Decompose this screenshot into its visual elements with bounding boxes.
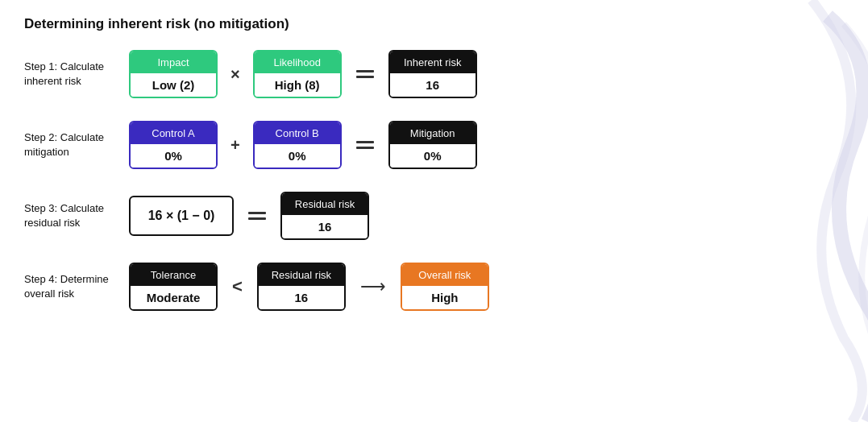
step4-box-4: Overall riskHigh: [401, 263, 489, 311]
step2-box-header-0: Control A: [131, 122, 216, 144]
step1-box-header-4: Inherent risk: [390, 52, 476, 73]
step4-box-2: Residual risk16: [257, 263, 346, 311]
step4-box-header-0: Tolerance: [131, 264, 216, 286]
step1-operator-1: ×: [230, 65, 240, 84]
step4-box-value-2: 16: [259, 286, 344, 309]
step2-box-header-4: Mitigation: [390, 122, 476, 144]
step3-items: 16 × (1 − 0)Residual risk16: [129, 192, 369, 240]
step4-box-0: ToleranceModerate: [129, 263, 218, 311]
step2-box-value-2: 0%: [255, 144, 340, 168]
step1-box-header-0: Impact: [131, 52, 216, 73]
step2-equals-3: [356, 141, 374, 149]
step1-items: ImpactLow (2)×LikelihoodHigh (8)Inherent…: [129, 50, 477, 98]
step4-lt-1: <: [232, 276, 243, 297]
step4-arrow-3: ⟶: [360, 276, 386, 297]
step1-box-4: Inherent risk16: [388, 50, 477, 98]
step4-items: ToleranceModerate<Residual risk16⟶Overal…: [129, 263, 489, 311]
step2-row: Step 2: Calculate mitigationControl A0%+…: [24, 121, 844, 169]
step2-operator-1: +: [230, 136, 240, 155]
step1-box-2: LikelihoodHigh (8): [253, 50, 342, 98]
step3-row: Step 3: Calculate residual risk16 × (1 −…: [24, 192, 844, 240]
step1-box-value-4: 16: [390, 73, 476, 97]
step1-box-value-2: High (8): [255, 73, 340, 97]
step2-box-2: Control B0%: [253, 121, 342, 169]
step3-box-header-2: Residual risk: [282, 193, 368, 215]
step1-row: Step 1: Calculate inherent riskImpactLow…: [24, 50, 844, 98]
step4-box-value-4: High: [402, 286, 488, 309]
step4-row: Step 4: Determine overall riskToleranceM…: [24, 263, 844, 311]
step4-label: Step 4: Determine overall risk: [24, 272, 129, 301]
step1-label: Step 1: Calculate inherent risk: [24, 60, 129, 89]
step3-label: Step 3: Calculate residual risk: [24, 201, 129, 230]
step4-box-header-2: Residual risk: [259, 264, 344, 286]
step3-formula-text-0: 16 × (1 − 0): [143, 209, 219, 223]
step2-box-4: Mitigation0%: [388, 121, 477, 169]
step2-items: Control A0%+Control B0%Mitigation0%: [129, 121, 477, 169]
page-title: Determining inherent risk (no mitigation…: [24, 16, 844, 32]
step4-box-value-0: Moderate: [131, 286, 216, 309]
step1-box-0: ImpactLow (2): [129, 50, 218, 98]
step3-box-2: Residual risk16: [280, 192, 369, 240]
step1-equals-3: [356, 70, 374, 78]
step3-formula-0: 16 × (1 − 0): [129, 196, 234, 236]
step4-box-header-4: Overall risk: [402, 264, 488, 286]
step3-box-value-2: 16: [282, 215, 368, 238]
step2-box-value-4: 0%: [390, 144, 476, 168]
step1-box-value-0: Low (2): [131, 73, 216, 97]
step2-box-header-2: Control B: [255, 122, 340, 144]
step1-box-header-2: Likelihood: [255, 52, 340, 73]
step2-box-value-0: 0%: [131, 144, 216, 168]
step2-box-0: Control A0%: [129, 121, 218, 169]
step3-equals-1: [248, 212, 266, 220]
main-content: Determining inherent risk (no mitigation…: [24, 16, 844, 311]
step2-label: Step 2: Calculate mitigation: [24, 130, 129, 159]
